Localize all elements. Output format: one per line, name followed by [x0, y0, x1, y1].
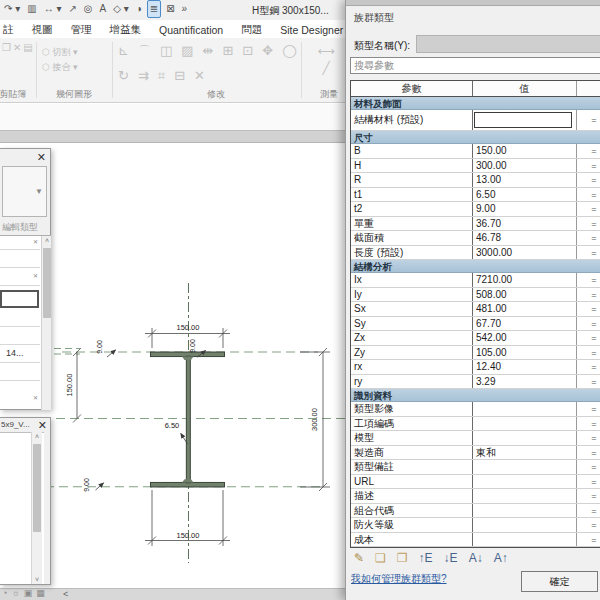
- label-flange-top-thickness[interactable]: 9.00: [96, 340, 103, 354]
- parameter-value[interactable]: 36.70: [473, 217, 577, 231]
- sort-ascending-icon[interactable]: A↓: [469, 551, 483, 565]
- drawing-canvas[interactable]: 150.00 150.00 300.00 150.00 9.00 9.00 6.…: [0, 143, 345, 600]
- parameter-value[interactable]: [473, 489, 577, 503]
- parameter-value[interactable]: 150.00: [473, 144, 577, 158]
- reveal-hidden-icon[interactable]: ▦: [36, 588, 45, 598]
- visual-style-icon[interactable]: ◔: [2, 588, 7, 598]
- horizontal-scrollbar[interactable]: <: [0, 588, 345, 600]
- formula-cell[interactable]: =: [577, 231, 600, 245]
- parameter-row[interactable]: t16.50=: [351, 188, 600, 203]
- default-3d-view-icon[interactable]: ◇ ▾: [111, 1, 131, 17]
- new-parameter-icon[interactable]: ❏: [375, 551, 386, 565]
- qat-customize-chevron-icon[interactable]: »: [180, 1, 190, 17]
- h-beam-section[interactable]: [151, 352, 225, 487]
- section-icon[interactable]: ◑: [134, 1, 144, 17]
- formula-cell[interactable]: =: [577, 446, 600, 460]
- tab-Quantification[interactable]: Quantification: [150, 24, 232, 36]
- measure-icon[interactable]: ↗: [66, 1, 78, 17]
- formula-cell[interactable]: =: [577, 110, 600, 130]
- parameter-value[interactable]: 67.70: [473, 317, 577, 331]
- parameter-value[interactable]: [473, 110, 577, 130]
- quick-access-toolbar[interactable]: ↷ ▾▥↔ ▾↗◎A◇ ▾◑≣⊠»: [2, 1, 189, 17]
- parameter-value[interactable]: 300.00: [473, 159, 577, 173]
- parameter-value[interactable]: 542.00: [473, 331, 577, 345]
- parameter-value[interactable]: 3000.00: [473, 246, 577, 260]
- parameter-row[interactable]: ry3.29=: [351, 375, 600, 390]
- text-icon[interactable]: A: [98, 1, 109, 17]
- parameter-row[interactable]: B150.00=: [351, 144, 600, 159]
- parameter-row[interactable]: Iy508.00=: [351, 288, 600, 303]
- view-control-bar[interactable]: ◔☼▣▦: [2, 587, 45, 599]
- parameter-row[interactable]: 模型=: [351, 431, 600, 446]
- parameter-value[interactable]: 105.00: [473, 346, 577, 360]
- parameter-value[interactable]: 12.40: [473, 360, 577, 374]
- parameter-row[interactable]: 描述=: [351, 489, 600, 504]
- type-selector[interactable]: ▼: [2, 166, 47, 217]
- reference-planes[interactable]: [0, 349, 345, 487]
- scroll-down-icon[interactable]: ˅: [33, 576, 41, 583]
- search-parameters-input[interactable]: 搜尋參數: [350, 57, 600, 74]
- formula-cell[interactable]: =: [577, 402, 600, 416]
- formula-cell[interactable]: =: [577, 331, 600, 345]
- parameter-value[interactable]: [473, 504, 577, 518]
- label-flange-bottom-thickness[interactable]: 9.00: [83, 478, 90, 492]
- shadows-icon[interactable]: ☼: [11, 588, 19, 598]
- parameter-value[interactable]: 3.29: [473, 375, 577, 389]
- formula-cell[interactable]: =: [577, 346, 600, 360]
- tab-視圖[interactable]: 視圖: [23, 23, 62, 37]
- parameter-row[interactable]: 單重36.70=: [351, 217, 600, 232]
- formula-cell[interactable]: =: [577, 217, 600, 231]
- parameter-value[interactable]: [473, 518, 577, 532]
- parameter-row[interactable]: H300.00=: [351, 159, 600, 174]
- property-value-input[interactable]: [0, 290, 39, 308]
- manage-family-types-help-link[interactable]: 我如何管理族群類型?: [351, 572, 447, 586]
- dimension-right-height-value[interactable]: 300.00: [310, 408, 319, 431]
- parameter-row[interactable]: 成本=: [351, 533, 600, 548]
- parameter-row[interactable]: Ix7210.00=: [351, 273, 600, 288]
- parameter-row[interactable]: Sy67.70=: [351, 317, 600, 332]
- formula-cell[interactable]: =: [577, 202, 600, 216]
- scroll-left-arrow[interactable]: <: [63, 589, 68, 599]
- formula-cell[interactable]: =: [577, 288, 600, 302]
- move-down-icon[interactable]: ↓E: [444, 551, 458, 565]
- properties-close-icon[interactable]: ✕: [37, 152, 46, 163]
- dimension-bottom-width-value[interactable]: 150.00: [177, 531, 200, 540]
- parameter-value[interactable]: 9.00: [473, 202, 577, 216]
- formula-cell[interactable]: =: [577, 317, 600, 331]
- parameter-value[interactable]: [473, 533, 577, 547]
- parameter-row[interactable]: 長度 (預設)3000.00=: [351, 246, 600, 261]
- family-types-icon[interactable]: ≣: [147, 0, 161, 18]
- parameter-row[interactable]: Zy105.00=: [351, 346, 600, 361]
- associate-parameter-icon[interactable]: ✕: [33, 272, 38, 279]
- parameter-row[interactable]: 防火等級=: [351, 518, 600, 533]
- sort-descending-icon[interactable]: A↑: [494, 551, 508, 565]
- dimension-left-height[interactable]: [73, 348, 81, 423]
- parameter-value[interactable]: 46.78: [473, 231, 577, 245]
- ok-button[interactable]: 確定: [521, 571, 598, 592]
- parameter-value[interactable]: [473, 417, 577, 431]
- properties-grid[interactable]: ✕ ✕ 14... ✕ ˄: [0, 235, 51, 409]
- print-icon[interactable]: ▥: [25, 1, 38, 17]
- associate-parameter-icon[interactable]: ✕: [33, 394, 38, 401]
- formula-cell[interactable]: =: [577, 302, 600, 316]
- formula-cell[interactable]: =: [577, 246, 600, 260]
- close-inactive-windows-icon[interactable]: ⊠: [164, 1, 176, 17]
- tab-管理[interactable]: 管理: [62, 23, 101, 37]
- formula-cell[interactable]: =: [577, 431, 600, 445]
- parameter-row[interactable]: Sx481.00=: [351, 302, 600, 317]
- formula-cell[interactable]: =: [577, 417, 600, 431]
- dimension-left-height-value[interactable]: 150.00: [65, 374, 74, 397]
- aligned-dimension-icon[interactable]: ↔ ▾: [42, 1, 64, 17]
- parameter-value[interactable]: 東和: [473, 446, 577, 460]
- tab-註[interactable]: 註: [0, 23, 23, 37]
- formula-cell[interactable]: =: [577, 188, 600, 202]
- dimension-top-width-value[interactable]: 150.00: [177, 323, 200, 332]
- parameter-value[interactable]: [473, 402, 577, 416]
- formula-cell[interactable]: =: [577, 173, 600, 187]
- parameter-row[interactable]: R13.00=: [351, 173, 600, 188]
- scroll-up-icon[interactable]: ˄: [33, 433, 41, 440]
- redo-icon[interactable]: ↷ ▾: [2, 1, 22, 17]
- edit-type-button[interactable]: 編輯類型: [2, 221, 49, 234]
- parameter-row[interactable]: Zx542.00=: [351, 331, 600, 346]
- formula-cell[interactable]: =: [577, 144, 600, 158]
